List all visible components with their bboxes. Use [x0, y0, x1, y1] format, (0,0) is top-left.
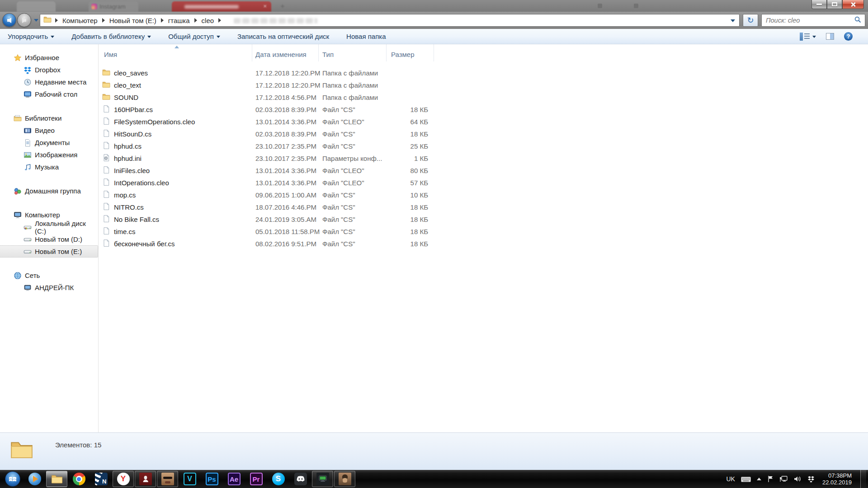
background-tab-video[interactable]: × [172, 1, 271, 12]
taskbar-button-explorer[interactable] [46, 471, 67, 487]
file-row[interactable]: FileSystemOperations.cleo13.01.2014 3:36… [99, 116, 443, 128]
column-header-date[interactable]: Дата изменения [252, 44, 319, 61]
back-button[interactable] [2, 13, 16, 27]
sidebar-item-label: Библиотеки [25, 114, 61, 122]
taskbar-button-photoshop[interactable]: Ps [201, 470, 223, 488]
sidebar-item[interactable]: Домашняя группа [0, 185, 98, 197]
sidebar-item[interactable]: Dropbox [0, 64, 98, 76]
file-row[interactable]: бесконечный бег.cs08.02.2016 9:51.PMФайл… [99, 238, 443, 250]
file-icon [102, 129, 110, 139]
taskbar-button-start[interactable] [1, 470, 24, 488]
taskbar-button-game-window[interactable] [157, 471, 178, 487]
sidebar-item[interactable]: Недавние места [0, 76, 98, 88]
file-row[interactable]: cleo_saves17.12.2018 12:20.PMПапка с фай… [99, 67, 443, 79]
sidebar-item[interactable]: Музыка [0, 161, 98, 173]
crumb-arrow-icon[interactable] [102, 18, 105, 23]
taskbar-button-media-player[interactable] [24, 470, 46, 488]
file-row[interactable]: hphud.ini23.10.2017 2:35.PMПараметры кон… [99, 152, 443, 164]
taskbar-button-vsdc[interactable]: V [179, 470, 201, 488]
music-icon [24, 163, 32, 171]
breadcrumb[interactable]: КомпьютерНовый том (E:)гташкаcleo [40, 14, 740, 27]
file-size: 57 КБ [387, 179, 434, 187]
file-row[interactable]: 160HPbar.cs02.03.2018 8:39.PMФайл "CS"18… [99, 103, 443, 116]
forward-button[interactable] [17, 13, 31, 27]
file-row[interactable]: IniFiles.cleo13.01.2014 3:36.PMФайл "CLE… [99, 164, 443, 177]
show-desktop-button[interactable] [860, 470, 866, 488]
history-dropdown-icon[interactable] [34, 19, 38, 22]
sidebar-item[interactable]: Изображения [0, 149, 98, 161]
sidebar-item[interactable]: Избранное [0, 52, 98, 64]
toolbar-item-2[interactable]: Добавить в библиотеку [71, 33, 151, 40]
folder-icon [102, 80, 110, 90]
crumb-arrow-icon[interactable] [161, 18, 164, 23]
sidebar-item[interactable]: Библиотеки [0, 112, 98, 124]
taskbar-button-discord[interactable] [289, 470, 311, 488]
breadcrumb-item[interactable]: cleo [198, 17, 218, 24]
file-row[interactable]: NITRO.cs18.07.2016 4:46.PMФайл "CS"18 КБ [99, 201, 443, 213]
address-dropdown-icon[interactable] [731, 19, 735, 22]
sidebar-item[interactable]: Видео [0, 124, 98, 136]
file-row[interactable]: IntOperations.cleo13.01.2014 3:36.PMФайл… [99, 177, 443, 189]
taskbar-button-capture-app[interactable] [312, 471, 333, 487]
sidebar-item[interactable]: Сеть [0, 269, 98, 282]
taskbar-button-yandex-browser[interactable]: Y [113, 471, 134, 487]
background-tab-instagram[interactable]: Instagram [89, 1, 138, 12]
taskbar-button-video-editor[interactable]: N [90, 470, 112, 488]
change-view-button[interactable] [800, 33, 816, 41]
search-input[interactable] [762, 17, 854, 24]
sidebar-item[interactable]: Документы [0, 136, 98, 149]
network-icon[interactable] [779, 475, 788, 483]
minimize-button[interactable] [811, 0, 827, 9]
toolbar-item-4[interactable]: Записать на оптический диск [237, 33, 329, 40]
sidebar-item[interactable]: Рабочий стол [0, 88, 98, 100]
search-icon[interactable] [854, 16, 861, 25]
flag-icon[interactable] [767, 475, 774, 483]
column-header-size[interactable]: Размер [387, 44, 434, 61]
new-tab-button[interactable]: + [277, 1, 288, 12]
column-header-type[interactable]: Тип [319, 44, 387, 61]
background-tab[interactable] [17, 1, 56, 12]
help-button[interactable]: ? [844, 32, 853, 41]
volume-icon[interactable] [794, 475, 802, 483]
toolbar-item-1[interactable]: Упорядочить [8, 33, 54, 40]
file-row[interactable]: HitSounD.cs02.03.2018 8:39.PMФайл "CS"18… [99, 128, 443, 140]
breadcrumb-item[interactable]: Компьютер [59, 17, 101, 24]
taskbar-button-after-effects[interactable]: Ae [223, 470, 245, 488]
file-row[interactable]: SOUND17.12.2018 4:56.PMПапка с файлами [99, 91, 443, 103]
close-button[interactable] [842, 0, 864, 9]
taskbar-clock[interactable]: 07:38PM 22.02.2019 [822, 472, 852, 486]
taskbar-button-chrome[interactable] [68, 470, 90, 488]
crumb-arrow-icon[interactable] [218, 18, 221, 23]
sidebar-item[interactable]: Новый том (E:) [0, 245, 98, 258]
file-row[interactable]: time.cs05.01.2018 11:58.PMФайл "CS"18 КБ [99, 225, 443, 238]
taskbar-button-portrait-window[interactable] [334, 471, 355, 487]
file-row[interactable]: hphud.cs23.10.2017 2:35.PMФайл "CS"25 КБ [99, 140, 443, 152]
tab-close-icon[interactable]: × [263, 3, 267, 9]
video-editor-icon: N [95, 473, 108, 485]
breadcrumb-item[interactable]: Новый том (E:) [106, 17, 160, 24]
breadcrumb-item[interactable]: гташка [165, 17, 193, 24]
keyboard-icon[interactable] [741, 476, 751, 483]
sidebar-item[interactable]: Локальный диск (C:) [0, 221, 98, 233]
file-row[interactable]: mop.cs09.06.2015 1:00.AMФайл "CS"10 КБ [99, 189, 443, 201]
toolbar-item-label: Упорядочить [8, 33, 48, 40]
file-row[interactable]: cleo_text17.12.2018 12:20.PMПапка с файл… [99, 79, 443, 91]
crumb-arrow-icon[interactable] [194, 18, 197, 23]
maximize-button[interactable] [827, 0, 842, 9]
sidebar-item[interactable]: АНДРЕЙ-ПК [0, 282, 98, 294]
sidebar-item[interactable]: Новый том (D:) [0, 233, 98, 245]
file-row[interactable]: No Bike Fall.cs24.01.2019 3:05.AMФайл "C… [99, 213, 443, 225]
taskbar-button-premiere[interactable]: Pr [245, 470, 267, 488]
toolbar-item-5[interactable]: Новая папка [346, 33, 386, 40]
chevron-up-icon[interactable] [757, 478, 761, 480]
taskbar-button-skype[interactable]: S [267, 470, 289, 488]
refresh-button[interactable]: ↻ [743, 14, 758, 27]
column-header-name[interactable]: Имя [99, 44, 252, 61]
language-indicator[interactable]: UK [726, 475, 735, 483]
taskbar-button-red-app[interactable] [135, 471, 156, 487]
preview-pane-button[interactable] [826, 33, 834, 40]
dropbox-icon[interactable] [807, 475, 815, 483]
items-count-label: Элементов: 15 [55, 441, 101, 449]
toolbar-item-3[interactable]: Общий доступ [168, 33, 220, 40]
file-type: Файл "CLEO" [319, 118, 387, 126]
